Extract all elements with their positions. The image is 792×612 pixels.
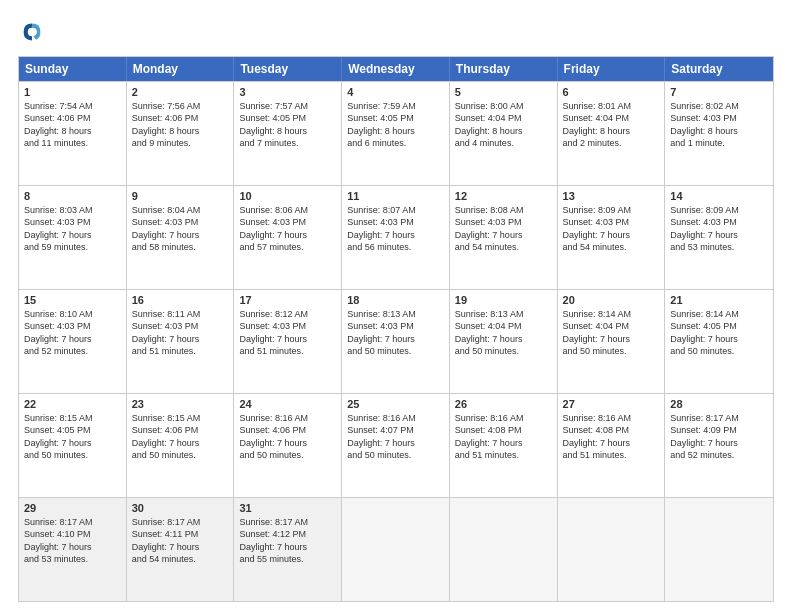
cal-cell: 14Sunrise: 8:09 AMSunset: 4:03 PMDayligh… xyxy=(665,186,773,289)
day-number: 8 xyxy=(24,189,121,203)
calendar: SundayMondayTuesdayWednesdayThursdayFrid… xyxy=(18,56,774,602)
cell-info: Sunrise: 8:17 AMSunset: 4:10 PMDaylight:… xyxy=(24,516,121,565)
day-number: 26 xyxy=(455,397,552,411)
cal-cell: 25Sunrise: 8:16 AMSunset: 4:07 PMDayligh… xyxy=(342,394,450,497)
cal-cell: 31Sunrise: 8:17 AMSunset: 4:12 PMDayligh… xyxy=(234,498,342,601)
cell-info: Sunrise: 8:14 AMSunset: 4:05 PMDaylight:… xyxy=(670,308,768,357)
cell-info: Sunrise: 8:09 AMSunset: 4:03 PMDaylight:… xyxy=(670,204,768,253)
cal-row: 15Sunrise: 8:10 AMSunset: 4:03 PMDayligh… xyxy=(19,289,773,393)
day-number: 15 xyxy=(24,293,121,307)
cell-info: Sunrise: 8:16 AMSunset: 4:07 PMDaylight:… xyxy=(347,412,444,461)
day-number: 13 xyxy=(563,189,660,203)
day-number: 31 xyxy=(239,501,336,515)
cell-info: Sunrise: 8:13 AMSunset: 4:04 PMDaylight:… xyxy=(455,308,552,357)
cal-header-day: Thursday xyxy=(450,57,558,81)
cal-cell: 11Sunrise: 8:07 AMSunset: 4:03 PMDayligh… xyxy=(342,186,450,289)
cell-info: Sunrise: 8:03 AMSunset: 4:03 PMDaylight:… xyxy=(24,204,121,253)
day-number: 1 xyxy=(24,85,121,99)
cal-header-day: Saturday xyxy=(665,57,773,81)
cell-info: Sunrise: 7:56 AMSunset: 4:06 PMDaylight:… xyxy=(132,100,229,149)
cal-row: 1Sunrise: 7:54 AMSunset: 4:06 PMDaylight… xyxy=(19,81,773,185)
day-number: 27 xyxy=(563,397,660,411)
cal-cell: 23Sunrise: 8:15 AMSunset: 4:06 PMDayligh… xyxy=(127,394,235,497)
cal-cell: 24Sunrise: 8:16 AMSunset: 4:06 PMDayligh… xyxy=(234,394,342,497)
cal-cell xyxy=(665,498,773,601)
day-number: 17 xyxy=(239,293,336,307)
cal-row: 29Sunrise: 8:17 AMSunset: 4:10 PMDayligh… xyxy=(19,497,773,601)
cal-cell: 18Sunrise: 8:13 AMSunset: 4:03 PMDayligh… xyxy=(342,290,450,393)
logo-icon xyxy=(18,18,46,46)
day-number: 21 xyxy=(670,293,768,307)
cal-cell: 20Sunrise: 8:14 AMSunset: 4:04 PMDayligh… xyxy=(558,290,666,393)
cell-info: Sunrise: 8:16 AMSunset: 4:06 PMDaylight:… xyxy=(239,412,336,461)
cal-cell xyxy=(558,498,666,601)
day-number: 30 xyxy=(132,501,229,515)
cell-info: Sunrise: 8:16 AMSunset: 4:08 PMDaylight:… xyxy=(563,412,660,461)
day-number: 9 xyxy=(132,189,229,203)
day-number: 6 xyxy=(563,85,660,99)
day-number: 5 xyxy=(455,85,552,99)
cal-header-day: Friday xyxy=(558,57,666,81)
cell-info: Sunrise: 8:16 AMSunset: 4:08 PMDaylight:… xyxy=(455,412,552,461)
cal-cell: 3Sunrise: 7:57 AMSunset: 4:05 PMDaylight… xyxy=(234,82,342,185)
cal-cell: 26Sunrise: 8:16 AMSunset: 4:08 PMDayligh… xyxy=(450,394,558,497)
cal-header-day: Wednesday xyxy=(342,57,450,81)
cell-info: Sunrise: 7:57 AMSunset: 4:05 PMDaylight:… xyxy=(239,100,336,149)
day-number: 3 xyxy=(239,85,336,99)
cal-cell: 16Sunrise: 8:11 AMSunset: 4:03 PMDayligh… xyxy=(127,290,235,393)
cell-info: Sunrise: 7:59 AMSunset: 4:05 PMDaylight:… xyxy=(347,100,444,149)
day-number: 25 xyxy=(347,397,444,411)
day-number: 16 xyxy=(132,293,229,307)
cell-info: Sunrise: 8:02 AMSunset: 4:03 PMDaylight:… xyxy=(670,100,768,149)
cell-info: Sunrise: 8:12 AMSunset: 4:03 PMDaylight:… xyxy=(239,308,336,357)
cal-cell xyxy=(342,498,450,601)
day-number: 24 xyxy=(239,397,336,411)
cal-cell: 2Sunrise: 7:56 AMSunset: 4:06 PMDaylight… xyxy=(127,82,235,185)
cal-header-day: Monday xyxy=(127,57,235,81)
cal-cell: 17Sunrise: 8:12 AMSunset: 4:03 PMDayligh… xyxy=(234,290,342,393)
cal-cell: 6Sunrise: 8:01 AMSunset: 4:04 PMDaylight… xyxy=(558,82,666,185)
cal-row: 22Sunrise: 8:15 AMSunset: 4:05 PMDayligh… xyxy=(19,393,773,497)
cell-info: Sunrise: 8:17 AMSunset: 4:11 PMDaylight:… xyxy=(132,516,229,565)
cal-cell: 15Sunrise: 8:10 AMSunset: 4:03 PMDayligh… xyxy=(19,290,127,393)
day-number: 7 xyxy=(670,85,768,99)
cal-cell: 9Sunrise: 8:04 AMSunset: 4:03 PMDaylight… xyxy=(127,186,235,289)
cal-cell: 29Sunrise: 8:17 AMSunset: 4:10 PMDayligh… xyxy=(19,498,127,601)
cell-info: Sunrise: 8:00 AMSunset: 4:04 PMDaylight:… xyxy=(455,100,552,149)
page: SundayMondayTuesdayWednesdayThursdayFrid… xyxy=(0,0,792,612)
day-number: 22 xyxy=(24,397,121,411)
cell-info: Sunrise: 8:13 AMSunset: 4:03 PMDaylight:… xyxy=(347,308,444,357)
day-number: 12 xyxy=(455,189,552,203)
cell-info: Sunrise: 8:08 AMSunset: 4:03 PMDaylight:… xyxy=(455,204,552,253)
day-number: 11 xyxy=(347,189,444,203)
cal-cell: 28Sunrise: 8:17 AMSunset: 4:09 PMDayligh… xyxy=(665,394,773,497)
cal-cell: 27Sunrise: 8:16 AMSunset: 4:08 PMDayligh… xyxy=(558,394,666,497)
cal-cell: 30Sunrise: 8:17 AMSunset: 4:11 PMDayligh… xyxy=(127,498,235,601)
day-number: 14 xyxy=(670,189,768,203)
calendar-header: SundayMondayTuesdayWednesdayThursdayFrid… xyxy=(19,57,773,81)
cal-cell: 10Sunrise: 8:06 AMSunset: 4:03 PMDayligh… xyxy=(234,186,342,289)
header xyxy=(18,18,774,46)
cal-cell: 7Sunrise: 8:02 AMSunset: 4:03 PMDaylight… xyxy=(665,82,773,185)
cell-info: Sunrise: 8:07 AMSunset: 4:03 PMDaylight:… xyxy=(347,204,444,253)
cal-cell: 1Sunrise: 7:54 AMSunset: 4:06 PMDaylight… xyxy=(19,82,127,185)
day-number: 29 xyxy=(24,501,121,515)
cal-header-day: Sunday xyxy=(19,57,127,81)
cell-info: Sunrise: 8:15 AMSunset: 4:06 PMDaylight:… xyxy=(132,412,229,461)
calendar-body: 1Sunrise: 7:54 AMSunset: 4:06 PMDaylight… xyxy=(19,81,773,601)
cell-info: Sunrise: 8:15 AMSunset: 4:05 PMDaylight:… xyxy=(24,412,121,461)
cell-info: Sunrise: 7:54 AMSunset: 4:06 PMDaylight:… xyxy=(24,100,121,149)
cal-row: 8Sunrise: 8:03 AMSunset: 4:03 PMDaylight… xyxy=(19,185,773,289)
cell-info: Sunrise: 8:10 AMSunset: 4:03 PMDaylight:… xyxy=(24,308,121,357)
cal-cell: 8Sunrise: 8:03 AMSunset: 4:03 PMDaylight… xyxy=(19,186,127,289)
cal-cell xyxy=(450,498,558,601)
cal-header-day: Tuesday xyxy=(234,57,342,81)
cal-cell: 13Sunrise: 8:09 AMSunset: 4:03 PMDayligh… xyxy=(558,186,666,289)
cal-cell: 21Sunrise: 8:14 AMSunset: 4:05 PMDayligh… xyxy=(665,290,773,393)
cal-cell: 5Sunrise: 8:00 AMSunset: 4:04 PMDaylight… xyxy=(450,82,558,185)
cell-info: Sunrise: 8:11 AMSunset: 4:03 PMDaylight:… xyxy=(132,308,229,357)
cal-cell: 19Sunrise: 8:13 AMSunset: 4:04 PMDayligh… xyxy=(450,290,558,393)
day-number: 20 xyxy=(563,293,660,307)
day-number: 19 xyxy=(455,293,552,307)
cell-info: Sunrise: 8:17 AMSunset: 4:09 PMDaylight:… xyxy=(670,412,768,461)
